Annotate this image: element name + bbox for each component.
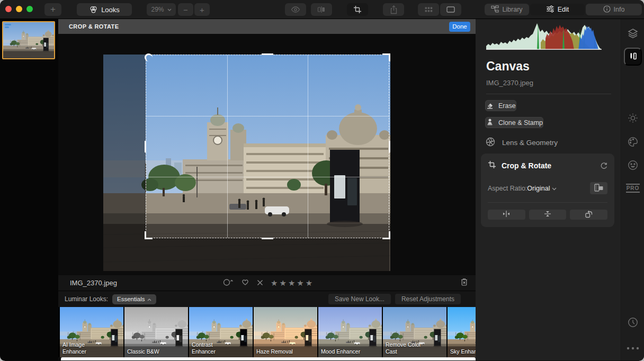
looks-button[interactable]: Looks <box>77 3 132 16</box>
aperture-icon <box>486 137 495 148</box>
tab-edit[interactable]: Edit <box>530 4 585 15</box>
preset-mood-enhancer[interactable]: Mood Enhancer <box>318 307 382 357</box>
pencil-ruler-icon <box>628 51 638 62</box>
eraser-icon <box>486 101 494 111</box>
save-new-look-button[interactable]: Save New Look... <box>328 294 391 304</box>
luminar-looks-bar: Luminar Looks: Essentials Save New Look.… <box>58 291 476 307</box>
flip-vertical-button[interactable] <box>529 210 567 220</box>
pro-tools-badge[interactable]: PRO <box>621 184 644 193</box>
flip-vertical-icon <box>543 210 552 219</box>
clone-stamp-button[interactable]: Clone & Stamp <box>485 117 543 128</box>
grid-line <box>308 55 308 238</box>
preset-sky-enhancer[interactable]: Sky Enhancer <box>448 307 476 357</box>
crop-handle-top-right[interactable] <box>382 53 390 61</box>
panel-title: Canvas <box>486 59 621 74</box>
edit-side-panel: Canvas IMG_2370.jpeg Erase Clone & Stamp… <box>476 19 621 360</box>
tool-rail: PRO <box>621 19 644 360</box>
chevron-down-icon <box>167 8 172 11</box>
looks-venn-icon <box>89 5 98 14</box>
eye-icon <box>291 6 300 13</box>
info-icon <box>603 5 611 14</box>
favorite-heart-icon[interactable] <box>241 278 249 288</box>
grid-line <box>146 116 389 116</box>
edit-sliders-icon <box>546 5 554 14</box>
crop-rotate-card: Crop & Rotate Aspect Ratio: Original <box>481 154 614 227</box>
minimize-window-button[interactable] <box>16 6 22 12</box>
crop-tool-header: CROP & ROTATE Done <box>58 19 476 34</box>
crop-dim-overlay-bottom <box>146 238 389 271</box>
looks-collection-dropdown[interactable]: Essentials <box>112 294 156 304</box>
color-label-icon[interactable] <box>222 278 234 288</box>
orientation-toggle-button[interactable] <box>590 182 607 194</box>
reset-adjustments-button[interactable]: Reset Adjustments <box>395 294 461 304</box>
window-controls <box>5 6 33 12</box>
filename-label: IMG_2370.jpeg <box>70 279 117 287</box>
tab-library[interactable]: Library <box>485 4 529 15</box>
filmstrip-sidebar <box>0 19 58 360</box>
histogram <box>486 21 602 51</box>
crop-selection-box[interactable] <box>146 55 389 238</box>
library-icon <box>491 5 499 14</box>
zoom-out-button[interactable]: − <box>178 3 193 16</box>
crop-icon <box>488 160 496 171</box>
gallery-grid-view-button[interactable] <box>418 3 439 16</box>
crop-tool-button[interactable] <box>347 3 368 16</box>
edited-badge <box>5 24 11 29</box>
erase-button[interactable]: Erase <box>485 100 516 111</box>
preset-haze-removal[interactable]: Haze Removal <box>254 307 317 357</box>
crop-handle-bottom-left[interactable] <box>145 231 153 239</box>
top-toolbar: + Looks 29% − + <box>0 0 644 19</box>
zoom-window-button[interactable] <box>26 6 33 12</box>
rotate-icon <box>585 210 593 220</box>
tab-info[interactable]: Info <box>586 4 642 15</box>
divider <box>486 94 611 94</box>
mode-tabs: Library Edit Info <box>485 4 642 15</box>
zoom-in-button[interactable]: + <box>194 3 210 16</box>
flip-horizontal-button[interactable] <box>488 210 525 220</box>
compare-before-after-button[interactable] <box>311 3 332 16</box>
preset-contrast-enhancer[interactable]: Contrast Enhancer <box>189 307 253 357</box>
reject-trash-icon[interactable] <box>460 277 468 288</box>
grid-line <box>146 177 389 177</box>
share-button[interactable] <box>383 3 404 16</box>
filmstrip-thumbnail-selected[interactable] <box>2 21 55 59</box>
crop-handle-left[interactable] <box>145 141 146 152</box>
portrait-smiley-icon[interactable] <box>621 159 644 171</box>
more-options-icon[interactable] <box>621 346 644 350</box>
crop-handle-bottom-right[interactable] <box>382 231 390 239</box>
crop-handle-top-left[interactable] <box>145 53 153 61</box>
edit-canvas <box>58 34 476 275</box>
image-status-bar: IMG_2370.jpeg ★★★★★ <box>58 275 476 291</box>
done-button[interactable]: Done <box>449 22 470 32</box>
crop-handle-right[interactable] <box>389 141 390 152</box>
clear-rating-icon[interactable] <box>257 278 263 288</box>
looks-bar-label: Luminar Looks: <box>65 295 108 303</box>
reset-crop-icon[interactable] <box>600 162 607 169</box>
essentials-tools-button[interactable] <box>624 48 642 66</box>
star-rating[interactable]: ★★★★★ <box>271 278 314 288</box>
compare-icon <box>317 6 326 13</box>
lens-geometry-row[interactable]: Lens & Geometry <box>486 137 621 148</box>
palette-icon[interactable] <box>621 136 644 148</box>
history-clock-icon[interactable] <box>621 317 644 328</box>
crop-handle-top[interactable] <box>262 53 273 55</box>
layers-icon[interactable] <box>621 28 644 39</box>
rotate-button[interactable] <box>570 210 607 220</box>
close-window-button[interactable] <box>5 6 12 12</box>
preset-ai-image-enhancer[interactable]: AI Image Enhancer <box>60 307 123 357</box>
preset-remove-color-cast[interactable]: Remove Color Cast <box>383 307 446 357</box>
add-button[interactable]: + <box>44 3 61 16</box>
zoom-level-dropdown[interactable]: 29% <box>147 3 176 16</box>
divider <box>488 202 607 203</box>
preview-toggle-button[interactable] <box>285 3 306 16</box>
preset-classic-bw[interactable]: Classic B&W <box>124 307 188 357</box>
app-window: + Looks 29% − + <box>0 0 644 361</box>
creative-sun-icon[interactable] <box>621 112 644 124</box>
aspect-ratio-dropdown[interactable]: Original <box>527 185 557 192</box>
single-image-view-button[interactable] <box>440 3 461 16</box>
panel-filename: IMG_2370.jpeg <box>486 79 621 87</box>
crop-handle-bottom[interactable] <box>262 238 273 239</box>
crop-icon <box>353 5 362 14</box>
crop-tool-title: CROP & ROTATE <box>69 23 119 30</box>
editor-center: CROP & ROTATE Done <box>58 19 476 360</box>
